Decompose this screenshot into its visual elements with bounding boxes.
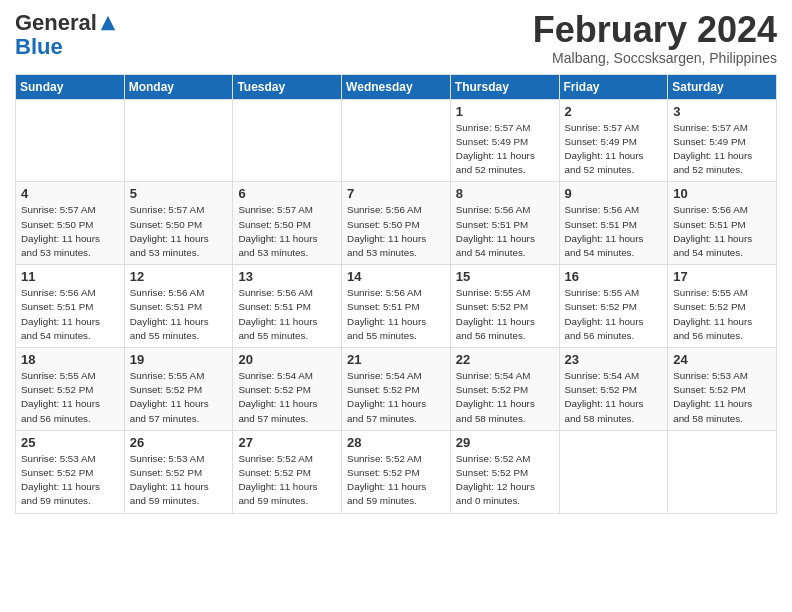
calendar-cell: 9Sunrise: 5:56 AM Sunset: 5:51 PM Daylig…: [559, 182, 668, 265]
cell-info: Sunrise: 5:56 AM Sunset: 5:51 PM Dayligh…: [21, 286, 119, 343]
calendar-cell: 22Sunrise: 5:54 AM Sunset: 5:52 PM Dayli…: [450, 348, 559, 431]
cell-day-number: 15: [456, 269, 554, 284]
cell-day-number: 10: [673, 186, 771, 201]
calendar-week-4: 25Sunrise: 5:53 AM Sunset: 5:52 PM Dayli…: [16, 430, 777, 513]
cell-info: Sunrise: 5:56 AM Sunset: 5:51 PM Dayligh…: [673, 203, 771, 260]
cell-day-number: 20: [238, 352, 336, 367]
cell-info: Sunrise: 5:57 AM Sunset: 5:50 PM Dayligh…: [21, 203, 119, 260]
logo-icon: [99, 14, 117, 32]
cell-day-number: 6: [238, 186, 336, 201]
calendar-cell: 28Sunrise: 5:52 AM Sunset: 5:52 PM Dayli…: [342, 430, 451, 513]
logo-blue-text: Blue: [15, 36, 63, 58]
calendar-cell: 20Sunrise: 5:54 AM Sunset: 5:52 PM Dayli…: [233, 348, 342, 431]
cell-day-number: 9: [565, 186, 663, 201]
cell-day-number: 25: [21, 435, 119, 450]
cell-info: Sunrise: 5:56 AM Sunset: 5:50 PM Dayligh…: [347, 203, 445, 260]
cell-day-number: 19: [130, 352, 228, 367]
cell-info: Sunrise: 5:56 AM Sunset: 5:51 PM Dayligh…: [347, 286, 445, 343]
calendar-cell: 27Sunrise: 5:52 AM Sunset: 5:52 PM Dayli…: [233, 430, 342, 513]
cell-info: Sunrise: 5:55 AM Sunset: 5:52 PM Dayligh…: [456, 286, 554, 343]
month-title: February 2024: [533, 10, 777, 50]
cell-day-number: 14: [347, 269, 445, 284]
calendar-cell: 12Sunrise: 5:56 AM Sunset: 5:51 PM Dayli…: [124, 265, 233, 348]
cell-info: Sunrise: 5:56 AM Sunset: 5:51 PM Dayligh…: [238, 286, 336, 343]
calendar-cell: [342, 99, 451, 182]
cell-day-number: 2: [565, 104, 663, 119]
cell-info: Sunrise: 5:57 AM Sunset: 5:50 PM Dayligh…: [130, 203, 228, 260]
cell-info: Sunrise: 5:57 AM Sunset: 5:49 PM Dayligh…: [673, 121, 771, 178]
calendar-cell: [16, 99, 125, 182]
cell-info: Sunrise: 5:54 AM Sunset: 5:52 PM Dayligh…: [565, 369, 663, 426]
calendar-week-2: 11Sunrise: 5:56 AM Sunset: 5:51 PM Dayli…: [16, 265, 777, 348]
calendar-cell: 29Sunrise: 5:52 AM Sunset: 5:52 PM Dayli…: [450, 430, 559, 513]
calendar-cell: [124, 99, 233, 182]
cell-day-number: 11: [21, 269, 119, 284]
cell-day-number: 4: [21, 186, 119, 201]
location-text: Malbang, Soccsksargen, Philippines: [533, 50, 777, 66]
cell-day-number: 24: [673, 352, 771, 367]
cell-info: Sunrise: 5:55 AM Sunset: 5:52 PM Dayligh…: [565, 286, 663, 343]
page-header: General Blue February 2024 Malbang, Socc…: [15, 10, 777, 66]
cell-day-number: 29: [456, 435, 554, 450]
cell-info: Sunrise: 5:54 AM Sunset: 5:52 PM Dayligh…: [238, 369, 336, 426]
cell-info: Sunrise: 5:53 AM Sunset: 5:52 PM Dayligh…: [21, 452, 119, 509]
cell-info: Sunrise: 5:55 AM Sunset: 5:52 PM Dayligh…: [130, 369, 228, 426]
header-friday: Friday: [559, 74, 668, 99]
calendar-cell: 14Sunrise: 5:56 AM Sunset: 5:51 PM Dayli…: [342, 265, 451, 348]
calendar-cell: 2Sunrise: 5:57 AM Sunset: 5:49 PM Daylig…: [559, 99, 668, 182]
logo: General Blue: [15, 10, 117, 58]
cell-day-number: 22: [456, 352, 554, 367]
calendar-cell: 8Sunrise: 5:56 AM Sunset: 5:51 PM Daylig…: [450, 182, 559, 265]
cell-info: Sunrise: 5:56 AM Sunset: 5:51 PM Dayligh…: [130, 286, 228, 343]
calendar-cell: 25Sunrise: 5:53 AM Sunset: 5:52 PM Dayli…: [16, 430, 125, 513]
cell-day-number: 18: [21, 352, 119, 367]
calendar-cell: 26Sunrise: 5:53 AM Sunset: 5:52 PM Dayli…: [124, 430, 233, 513]
cell-info: Sunrise: 5:52 AM Sunset: 5:52 PM Dayligh…: [238, 452, 336, 509]
calendar-table: SundayMondayTuesdayWednesdayThursdayFrid…: [15, 74, 777, 514]
header-sunday: Sunday: [16, 74, 125, 99]
header-tuesday: Tuesday: [233, 74, 342, 99]
calendar-week-0: 1Sunrise: 5:57 AM Sunset: 5:49 PM Daylig…: [16, 99, 777, 182]
calendar-week-3: 18Sunrise: 5:55 AM Sunset: 5:52 PM Dayli…: [16, 348, 777, 431]
calendar-cell: 24Sunrise: 5:53 AM Sunset: 5:52 PM Dayli…: [668, 348, 777, 431]
cell-info: Sunrise: 5:52 AM Sunset: 5:52 PM Dayligh…: [456, 452, 554, 509]
cell-day-number: 1: [456, 104, 554, 119]
calendar-cell: 1Sunrise: 5:57 AM Sunset: 5:49 PM Daylig…: [450, 99, 559, 182]
cell-day-number: 8: [456, 186, 554, 201]
cell-info: Sunrise: 5:57 AM Sunset: 5:49 PM Dayligh…: [565, 121, 663, 178]
calendar-cell: 17Sunrise: 5:55 AM Sunset: 5:52 PM Dayli…: [668, 265, 777, 348]
logo-general: General: [15, 10, 97, 36]
calendar-header: SundayMondayTuesdayWednesdayThursdayFrid…: [16, 74, 777, 99]
calendar-cell: 3Sunrise: 5:57 AM Sunset: 5:49 PM Daylig…: [668, 99, 777, 182]
cell-day-number: 5: [130, 186, 228, 201]
calendar-cell: 21Sunrise: 5:54 AM Sunset: 5:52 PM Dayli…: [342, 348, 451, 431]
cell-info: Sunrise: 5:56 AM Sunset: 5:51 PM Dayligh…: [456, 203, 554, 260]
cell-info: Sunrise: 5:57 AM Sunset: 5:49 PM Dayligh…: [456, 121, 554, 178]
calendar-cell: [559, 430, 668, 513]
calendar-cell: 23Sunrise: 5:54 AM Sunset: 5:52 PM Dayli…: [559, 348, 668, 431]
calendar-cell: 6Sunrise: 5:57 AM Sunset: 5:50 PM Daylig…: [233, 182, 342, 265]
cell-day-number: 27: [238, 435, 336, 450]
cell-day-number: 7: [347, 186, 445, 201]
cell-info: Sunrise: 5:56 AM Sunset: 5:51 PM Dayligh…: [565, 203, 663, 260]
cell-day-number: 21: [347, 352, 445, 367]
cell-day-number: 13: [238, 269, 336, 284]
calendar-cell: [668, 430, 777, 513]
calendar-cell: 11Sunrise: 5:56 AM Sunset: 5:51 PM Dayli…: [16, 265, 125, 348]
header-monday: Monday: [124, 74, 233, 99]
calendar-cell: 4Sunrise: 5:57 AM Sunset: 5:50 PM Daylig…: [16, 182, 125, 265]
cell-info: Sunrise: 5:55 AM Sunset: 5:52 PM Dayligh…: [21, 369, 119, 426]
header-saturday: Saturday: [668, 74, 777, 99]
cell-day-number: 12: [130, 269, 228, 284]
calendar-cell: 16Sunrise: 5:55 AM Sunset: 5:52 PM Dayli…: [559, 265, 668, 348]
calendar-cell: 13Sunrise: 5:56 AM Sunset: 5:51 PM Dayli…: [233, 265, 342, 348]
calendar-cell: 5Sunrise: 5:57 AM Sunset: 5:50 PM Daylig…: [124, 182, 233, 265]
calendar-week-1: 4Sunrise: 5:57 AM Sunset: 5:50 PM Daylig…: [16, 182, 777, 265]
cell-info: Sunrise: 5:57 AM Sunset: 5:50 PM Dayligh…: [238, 203, 336, 260]
svg-marker-0: [101, 16, 115, 30]
cell-day-number: 23: [565, 352, 663, 367]
cell-info: Sunrise: 5:53 AM Sunset: 5:52 PM Dayligh…: [130, 452, 228, 509]
header-thursday: Thursday: [450, 74, 559, 99]
calendar-cell: 10Sunrise: 5:56 AM Sunset: 5:51 PM Dayli…: [668, 182, 777, 265]
cell-day-number: 28: [347, 435, 445, 450]
